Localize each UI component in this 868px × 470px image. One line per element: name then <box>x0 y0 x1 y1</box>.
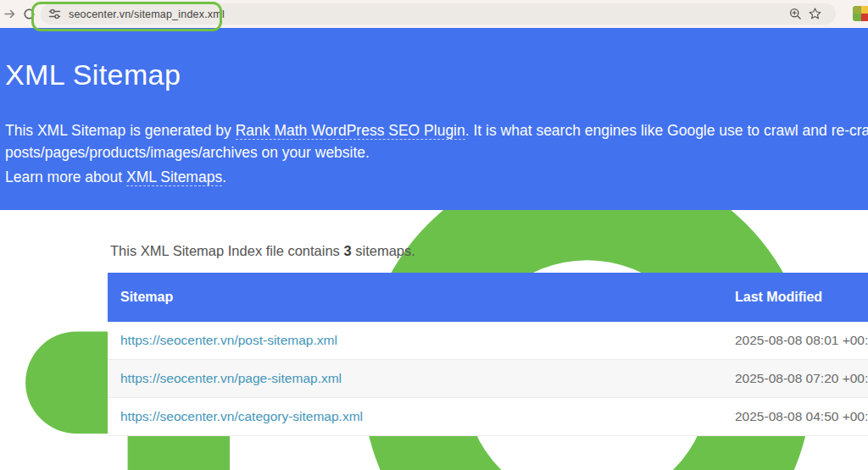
sitemap-link[interactable]: https://seocenter.vn/page-sitemap.xml <box>120 371 342 385</box>
learn-more-line: Learn more about XML Sitemaps. <box>5 169 226 186</box>
column-header-sitemap: Sitemap <box>108 290 735 305</box>
browser-window: { "browser": { "url": "seocenter.vn/site… <box>0 0 868 470</box>
last-modified-cell: 2025-08-08 07:20 +00:00 <box>735 371 868 386</box>
desc-text-after-link: . It is what search engines like Google … <box>465 122 868 139</box>
summary-count: 3 <box>343 243 351 258</box>
forward-arrow-icon[interactable] <box>3 7 17 21</box>
page-title: XML Sitemap <box>5 58 181 91</box>
last-modified-cell: 2025-08-08 04:50 +00:00 <box>735 409 868 424</box>
sitemap-hero: XML Sitemap This XML Sitemap is generate… <box>0 28 868 210</box>
column-header-last-modified: Last Modified <box>735 290 868 305</box>
table-row: https://seocenter.vn/page-sitemap.xml 20… <box>108 360 868 398</box>
site-settings-icon[interactable] <box>48 8 61 20</box>
hero-description-line2: posts/pages/products/images/archives on … <box>5 142 868 164</box>
learn-more-suffix: . <box>222 169 226 185</box>
last-modified-cell: 2025-08-08 08:01 +00:00 <box>735 333 868 348</box>
table-header-row: Sitemap Last Modified <box>108 273 868 322</box>
browser-toolbar: seocenter.vn/sitemap_index.xml <box>0 0 868 28</box>
sitemap-url-cell: https://seocenter.vn/page-sitemap.xml <box>108 371 735 386</box>
hero-description: This XML Sitemap is generated by Rank Ma… <box>5 120 868 163</box>
extension-icon[interactable] <box>853 6 868 21</box>
rank-math-plugin-link[interactable]: Rank Math WordPress SEO Plugin <box>236 122 465 140</box>
summary-before: This XML Sitemap Index file contains <box>110 243 343 258</box>
table-row: https://seocenter.vn/post-sitemap.xml 20… <box>108 322 868 360</box>
table-row: https://seocenter.vn/category-sitemap.xm… <box>108 398 868 436</box>
sitemap-count-summary: This XML Sitemap Index file contains 3 s… <box>110 243 415 259</box>
reload-icon[interactable] <box>22 7 36 21</box>
xml-sitemaps-link[interactable]: XML Sitemaps <box>126 169 222 186</box>
zoom-in-icon[interactable] <box>788 7 803 21</box>
sitemap-url-cell: https://seocenter.vn/post-sitemap.xml <box>108 333 735 348</box>
url-text[interactable]: seocenter.vn/sitemap_index.xml <box>69 8 225 20</box>
bookmark-star-icon[interactable] <box>808 7 822 21</box>
sitemap-link[interactable]: https://seocenter.vn/post-sitemap.xml <box>120 333 337 347</box>
sitemap-index-table: Sitemap Last Modified https://seocenter.… <box>108 273 868 436</box>
desc-text-before-link: This XML Sitemap is generated by <box>5 122 236 139</box>
sitemap-link[interactable]: https://seocenter.vn/category-sitemap.xm… <box>120 409 363 423</box>
summary-after: sitemaps. <box>352 243 415 258</box>
sitemap-url-cell: https://seocenter.vn/category-sitemap.xm… <box>108 409 735 424</box>
hero-description-line1: This XML Sitemap is generated by Rank Ma… <box>5 120 868 142</box>
learn-more-prefix: Learn more about <box>5 169 126 185</box>
address-bar[interactable]: seocenter.vn/sitemap_index.xml <box>41 3 836 25</box>
